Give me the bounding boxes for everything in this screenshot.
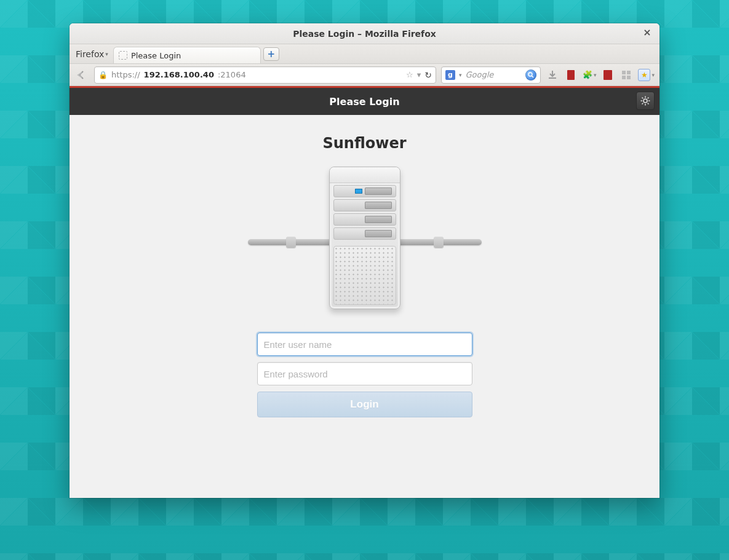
svg-rect-6 xyxy=(622,71,626,74)
gear-icon xyxy=(640,96,650,106)
search-placeholder: Google xyxy=(465,70,521,79)
red-tile-icon xyxy=(603,69,613,81)
svg-rect-5 xyxy=(607,70,608,80)
server-hostname-heading: Sunflower xyxy=(322,135,406,152)
password-input[interactable] xyxy=(257,362,472,385)
svg-line-16 xyxy=(648,103,649,105)
login-form: Login xyxy=(257,333,472,417)
bookmark-star-icon[interactable]: ☆ xyxy=(406,70,413,79)
svg-line-15 xyxy=(642,98,643,99)
new-tab-button[interactable]: + xyxy=(263,47,279,61)
page-viewport: Please Login Sunflower xyxy=(70,86,659,498)
url-bar[interactable]: 🔒 https://192.168.100.40:21064 ☆ ▾ ↻ xyxy=(94,66,436,84)
window-title: Please Login – Mozilla Firefox xyxy=(293,29,436,39)
server-rack-icon xyxy=(329,167,400,309)
page-header-title: Please Login xyxy=(329,96,399,108)
svg-rect-9 xyxy=(627,76,631,79)
window-close-button[interactable]: × xyxy=(641,27,653,39)
bookmarks-star-icon: ★ xyxy=(638,69,650,81)
back-arrow-icon xyxy=(76,69,88,81)
search-bar[interactable]: g ▾ Google xyxy=(441,66,541,84)
tab-label: Please Login xyxy=(131,51,181,60)
svg-line-18 xyxy=(642,103,643,105)
search-go-button[interactable] xyxy=(525,69,536,81)
chevron-down-icon: ▾ xyxy=(594,72,597,78)
page-body: Sunflower Login xyxy=(70,115,659,498)
firefox-menu-label: Firefox xyxy=(76,49,104,59)
toolbar-tiles-button[interactable] xyxy=(619,68,633,82)
url-host: 192.168.100.40 xyxy=(144,70,214,79)
svg-point-10 xyxy=(643,99,647,103)
username-input[interactable] xyxy=(257,333,472,356)
svg-rect-2 xyxy=(567,70,575,80)
window-titlebar: Please Login – Mozilla Firefox × xyxy=(70,23,659,44)
search-engine-dropdown-icon[interactable]: ▾ xyxy=(459,72,462,78)
toolbar-bookmarks-menu-button[interactable]: ★ ▾ xyxy=(638,68,655,82)
navigation-toolbar: 🔒 https://192.168.100.40:21064 ☆ ▾ ↻ g ▾… xyxy=(70,64,659,86)
chevron-down-icon: ▾ xyxy=(651,72,655,78)
google-engine-icon: g xyxy=(445,70,455,80)
download-arrow-icon xyxy=(547,69,558,81)
url-port: :21064 xyxy=(218,70,246,79)
svg-rect-8 xyxy=(622,76,626,79)
downloads-button[interactable] xyxy=(546,68,559,82)
server-illustration xyxy=(273,167,457,320)
svg-rect-3 xyxy=(568,70,570,80)
back-button[interactable] xyxy=(74,68,89,82)
url-history-dropdown-icon[interactable]: ▾ xyxy=(417,70,421,79)
tab-strip: Firefox ▾ Please Login + xyxy=(70,44,659,64)
url-protocol: https:// xyxy=(111,70,140,79)
magnifier-icon xyxy=(528,72,534,78)
grid-icon xyxy=(621,70,631,80)
svg-rect-7 xyxy=(627,71,631,74)
chevron-down-icon: ▾ xyxy=(105,51,108,57)
puzzle-icon: 🧩 xyxy=(583,70,592,79)
red-book-icon xyxy=(566,69,576,81)
svg-line-1 xyxy=(532,76,533,77)
login-button[interactable]: Login xyxy=(257,392,472,417)
lock-icon: 🔒 xyxy=(98,71,108,79)
page-header-bar: Please Login xyxy=(70,88,659,115)
firefox-menu-button[interactable]: Firefox ▾ xyxy=(73,48,111,60)
svg-point-0 xyxy=(528,73,532,76)
tab-favicon-placeholder-icon xyxy=(119,51,127,60)
reload-icon[interactable]: ↻ xyxy=(424,70,432,80)
toolbar-extension-menu-button[interactable]: 🧩 ▾ xyxy=(583,68,597,82)
svg-line-17 xyxy=(648,98,649,99)
browser-tab[interactable]: Please Login xyxy=(113,47,261,63)
toolbar-red-tile-button[interactable] xyxy=(601,68,615,82)
settings-button[interactable] xyxy=(636,92,655,110)
firefox-window: Please Login – Mozilla Firefox × Firefox… xyxy=(70,23,659,498)
plus-icon: + xyxy=(268,49,276,60)
toolbar-red-book-button[interactable] xyxy=(564,68,578,82)
